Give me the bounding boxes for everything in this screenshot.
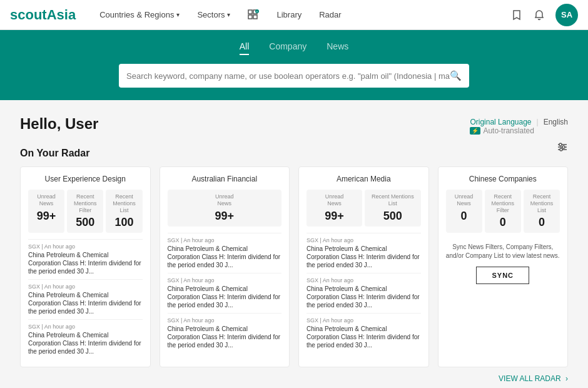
tab-all[interactable]: All [240,41,250,55]
news-item[interactable]: SGX | An hour ago China Petroleum & Chem… [307,233,421,273]
search-input[interactable] [126,71,450,81]
greeting-text: Hello, User [20,115,98,133]
news-item[interactable]: SGX | An hour ago China Petroleum & Chem… [28,239,143,279]
stat-recent-filter: Recent MentionsFilter 500 [67,190,103,233]
radar-card-chinese: Chinese Companies UnreadNews 0 Recent Me… [438,166,569,367]
bell-icon [534,9,545,21]
radar-card-ux: User Experience Design UnreadNews 99+ Re… [20,166,151,367]
svg-text:+: + [256,9,258,13]
original-language-link[interactable]: Original Language [470,118,531,126]
news-item[interactable]: SGX | An hour ago China Petroleum & Chem… [28,279,143,319]
notification-button[interactable] [528,4,550,26]
sync-message: Sync News Filters, Company Filters, and/… [446,243,560,260]
greeting-row: Hello, User Original Language | English … [20,115,568,135]
nav-sectors[interactable]: Sectors ▾ [188,0,239,30]
svg-point-9 [559,143,562,146]
radar-section-header: On Your Radar [20,138,568,159]
sync-box: Sync News Filters, Company Filters, and/… [446,238,560,289]
svg-point-11 [560,148,562,151]
brand-logo[interactable]: scoutAsia [10,7,76,23]
search-tabs: All Company News [240,41,349,55]
svg-rect-0 [248,10,252,14]
radar-card-media: American Media UnreadNews 99+ Recent Men… [298,166,429,367]
search-icon: 🔍 [450,70,462,81]
stat-recent-list: Recent MentionsList 500 [365,190,420,227]
language-value: English [544,118,568,126]
radar-stats-ux: UnreadNews 99+ Recent MentionsFilter 500… [28,190,143,233]
news-item[interactable]: SGX | An hour ago China Petroleum & Chem… [28,319,143,359]
radar-grid: User Experience Design UnreadNews 99+ Re… [20,166,568,367]
stat-unread: UnreadNews 99+ [28,190,64,233]
radar-filter-icon[interactable] [557,141,568,155]
view-all-radar-link[interactable]: VIEW ALL RADAR › [499,374,568,383]
lang-divider: | [537,118,539,126]
stat-recent-list: Recent MentionsList 0 [524,190,560,233]
brand-asia: Asia [47,7,76,23]
radar-card-title: User Experience Design [28,175,143,183]
language-row: Original Language | English [470,118,568,126]
news-item[interactable]: SGX | An hour ago China Petroleum & Chem… [307,273,421,313]
arrow-icon: › [565,374,568,383]
grid-icon: + [248,9,259,21]
view-all-row: VIEW ALL RADAR › [20,374,568,383]
tab-news[interactable]: News [327,41,348,55]
stat-recent-list: Recent MentionsList 100 [106,190,142,233]
nav-radar[interactable]: Radar [310,0,350,30]
radar-card-aus: Australian Financial UnreadNews 99+ SGX … [160,166,290,367]
radar-card-title: Chinese Companies [446,175,560,183]
bookmark-icon [511,9,522,21]
stat-unread: UnreadNews 99+ [168,190,282,227]
news-item[interactable]: SGX | An hour ago China Petroleum & Chem… [168,273,282,313]
nav-countries[interactable]: Countries & Regions ▾ [91,0,188,30]
nav-library[interactable]: Library [268,0,310,30]
radar-title: On Your Radar [20,148,89,159]
brand-scout: scout [10,7,47,23]
svg-point-10 [562,146,565,148]
nav-grid[interactable]: + [239,0,268,30]
news-item[interactable]: SGX | An hour ago China Petroleum & Chem… [168,313,282,353]
hero-section: All Company News 🔍 [0,30,588,100]
radar-stats-media: UnreadNews 99+ Recent MentionsList 500 [307,190,421,227]
stat-recent-filter: Recent MentionsFilter 0 [485,190,521,233]
user-avatar[interactable]: SA [555,4,578,26]
main-content: Hello, User Original Language | English … [0,100,588,388]
tab-company[interactable]: Company [269,41,307,55]
chevron-down-icon: ▾ [176,11,180,18]
svg-rect-2 [248,15,252,19]
news-item[interactable]: SGX | An hour ago China Petroleum & Chem… [307,313,421,353]
radar-card-title: American Media [307,175,421,183]
stat-unread: UnreadNews 99+ [307,190,362,227]
sliders-icon [557,141,568,153]
nav-items: Countries & Regions ▾ Sectors ▾ + Librar… [91,0,505,30]
chevron-down-icon: ▾ [227,11,230,18]
sync-button[interactable]: SYNC [476,267,529,284]
translate-icon: ⚡ [470,127,480,135]
radar-stats-chinese: UnreadNews 0 Recent MentionsFilter 0 Rec… [446,190,560,233]
bookmark-button[interactable] [505,4,528,26]
stat-unread: UnreadNews 0 [446,190,482,233]
navbar: scoutAsia Countries & Regions ▾ Sectors … [0,0,588,30]
news-item[interactable]: SGX | An hour ago China Petroleum & Chem… [168,233,282,273]
auto-translated-label: Auto-translated [483,126,534,135]
svg-rect-3 [253,15,257,19]
search-box: 🔍 [119,64,469,88]
auto-translated-row: ⚡ Auto-translated [470,126,568,135]
radar-card-title: Australian Financial [168,175,282,183]
radar-stats-aus: UnreadNews 99+ [168,190,282,227]
